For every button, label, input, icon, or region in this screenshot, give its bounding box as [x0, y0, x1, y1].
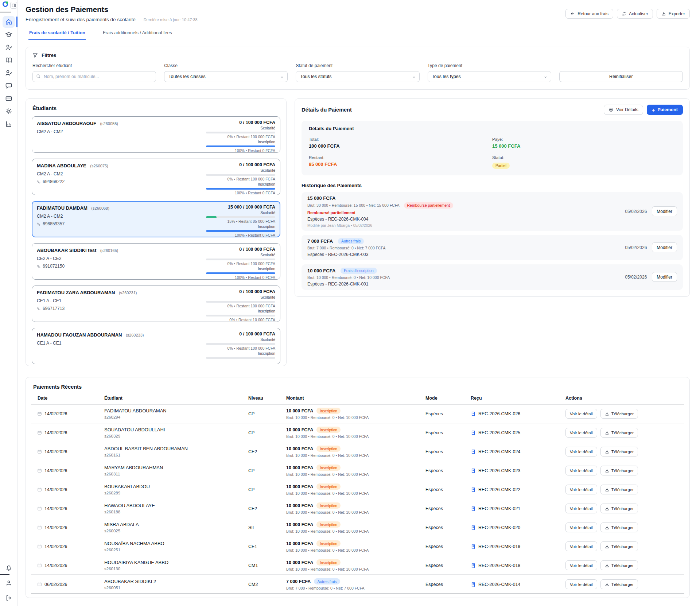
history-gross-line: Brut: 7 000 • Remboursé: 0 • Net: 7 000 … [307, 246, 386, 250]
view-detail-button[interactable]: Voir le détail [565, 579, 597, 589]
sidebar-item-staff[interactable] [3, 67, 15, 79]
tab-tuition[interactable]: Frais de scolarité / Tuition [28, 28, 86, 40]
download-receipt-button[interactable]: Télécharger [600, 541, 638, 551]
student-phone: 696717713 [37, 306, 137, 311]
payment-amount: 10 000 FCFA [286, 522, 313, 527]
filters-card: Filtres Rechercher étudiant Classe Toute… [26, 47, 690, 90]
download-icon [605, 412, 609, 416]
receipt-icon [471, 430, 476, 435]
summary-title: Détails du Paiement [309, 126, 676, 131]
history-date: 05/02/2026 [625, 275, 647, 280]
remaining-label: Restant: [309, 155, 492, 160]
sidebar-item-profile[interactable] [3, 577, 15, 589]
credit-card-icon [5, 95, 12, 102]
payment-date: 14/02/2026 [44, 544, 67, 549]
sidebar-item-reports[interactable] [3, 118, 15, 130]
filters-title: Filtres [42, 53, 57, 58]
inscription-remaining: 0% • Restant 10 000 FCFA [206, 318, 275, 322]
view-detail-button[interactable]: Voir le détail [565, 485, 597, 494]
gear-icon [5, 108, 12, 115]
inscription-remaining: 100% • Restant 0 FCFA [206, 275, 275, 280]
refresh-button[interactable]: Actualiser [617, 9, 653, 19]
receipt-number: REC-2026-CMK-014 [478, 582, 520, 587]
modify-button[interactable]: Modifier [652, 206, 677, 216]
calendar-icon [37, 544, 42, 549]
view-details-button[interactable]: Voir Détails [604, 105, 643, 115]
student-card[interactable]: FADIMATOU DAMDAM (s260068) CM2 A - CM2 6… [32, 201, 280, 237]
download-receipt-button[interactable]: Télécharger [600, 428, 638, 438]
tuition-remaining: 15% • Restant 85 000 FCFA [206, 219, 275, 224]
view-detail-button[interactable]: Voir le détail [565, 447, 597, 457]
sidebar-item-payments[interactable] [3, 93, 15, 104]
view-detail-button[interactable]: Voir le détail [565, 541, 597, 551]
payment-student-name: MISRA ABDALA [104, 522, 248, 527]
paid-value: 15 000 FCFA [492, 143, 676, 149]
student-card[interactable]: HAMADOU FAOUZAN ABDOURAMAN (s260233) CE1… [32, 328, 280, 364]
view-detail-button[interactable]: Voir le détail [565, 523, 597, 532]
search-label: Rechercher étudiant [32, 63, 156, 68]
sidebar-item-notifications[interactable] [3, 562, 15, 574]
tab-additional-fees[interactable]: Frais additionnels / Additional fees [102, 28, 173, 40]
home-icon [5, 18, 12, 26]
student-amount: 0 / 100 000 FCFA [206, 289, 275, 294]
payment-type-badge: Inscription [316, 540, 341, 547]
tuition-label: Scolarité [206, 126, 275, 130]
receipt-number: REC-2026-CMK-026 [478, 411, 520, 416]
modify-button[interactable]: Modifier [652, 242, 677, 252]
export-button[interactable]: Exporter [657, 9, 690, 19]
sidebar-item-messages[interactable] [3, 80, 15, 92]
sidebar-item-logout[interactable] [3, 592, 15, 604]
inscription-remaining: 100% • Restant 0 FCFA [206, 233, 275, 237]
sidebar-item-courses[interactable] [3, 54, 15, 66]
download-receipt-button[interactable]: Télécharger [600, 485, 638, 494]
student-card[interactable]: ABOUBAKAR SIDDIKI test (s260165) CE2 A -… [32, 243, 280, 280]
sidebar-item-classes[interactable] [3, 29, 15, 40]
sidebar-item-settings[interactable] [3, 105, 15, 117]
view-detail-button[interactable]: Voir le détail [565, 409, 597, 419]
view-detail-button[interactable]: Voir le détail [565, 560, 597, 570]
download-receipt-button[interactable]: Télécharger [600, 560, 638, 570]
sidebar-toggle-button[interactable] [10, 2, 17, 9]
search-input[interactable] [32, 71, 156, 82]
student-card[interactable]: FADIMATOU ZARA ABDOURAMAN (s260231) CE1 … [32, 285, 280, 322]
col-etudiant: Étudiant [104, 396, 248, 401]
student-card[interactable]: MADINA ABDOULAYE (s260075) CM2 A - CM2 6… [32, 159, 280, 195]
recent-payments-title: Paiements Récents [33, 384, 684, 390]
download-receipt-button[interactable]: Télécharger [600, 409, 638, 419]
download-receipt-button[interactable]: Télécharger [600, 466, 638, 475]
reset-filters-button[interactable]: Réinitialiser [559, 71, 683, 82]
student-name: HAMADOU FAOUZAN ABDOURAMAN [37, 332, 122, 338]
receipt-number: REC-2026-CMK-018 [478, 563, 520, 568]
view-detail-button[interactable]: Voir le détail [565, 428, 597, 438]
download-receipt-button[interactable]: Télécharger [600, 504, 638, 513]
view-detail-button[interactable]: Voir le détail [565, 504, 597, 513]
add-payment-button[interactable]: + Paiement [647, 105, 683, 115]
payment-amount: 10 000 FCFA [286, 465, 313, 470]
sidebar-item-students[interactable] [3, 42, 15, 53]
payment-level: CE2 [248, 506, 286, 511]
sidebar-item-home[interactable] [3, 16, 15, 28]
statut-select[interactable]: Tous les statuts [296, 71, 419, 82]
download-receipt-button[interactable]: Télécharger [600, 523, 638, 532]
graduation-cap-icon [5, 31, 12, 38]
inscription-progress [206, 272, 275, 274]
download-icon [605, 525, 609, 530]
student-card[interactable]: AISSATOU ABDOURAOUF (s260055) CM2 A - CM… [32, 116, 280, 153]
payment-level: CP [248, 487, 286, 492]
download-receipt-button[interactable]: Télécharger [600, 447, 638, 457]
payment-type-badge: Inscription [316, 465, 341, 471]
table-row: 14/02/2026 ABDOUL BASSIT BEN ABDOURAMAN … [31, 442, 684, 461]
modify-button[interactable]: Modifier [652, 272, 677, 282]
download-receipt-button[interactable]: Télécharger [600, 579, 638, 589]
students-panel: Étudiants AISSATOU ABDOURAOUF (s260055) … [26, 98, 287, 366]
student-name: ABOUBAKAR SIDDIKI test [37, 248, 96, 253]
sidebar-bottom [0, 562, 18, 604]
classe-select[interactable]: Toutes les classes [164, 71, 288, 82]
type-select[interactable]: Tous les types [428, 71, 551, 82]
view-detail-button[interactable]: Voir le détail [565, 466, 597, 475]
history-date: 05/02/2026 [625, 209, 647, 214]
payment-amount: 10 000 FCFA [286, 446, 313, 451]
receipt-icon [471, 582, 476, 587]
back-to-fees-button[interactable]: Retour aux frais [565, 9, 613, 19]
inscription-progress [206, 230, 275, 232]
